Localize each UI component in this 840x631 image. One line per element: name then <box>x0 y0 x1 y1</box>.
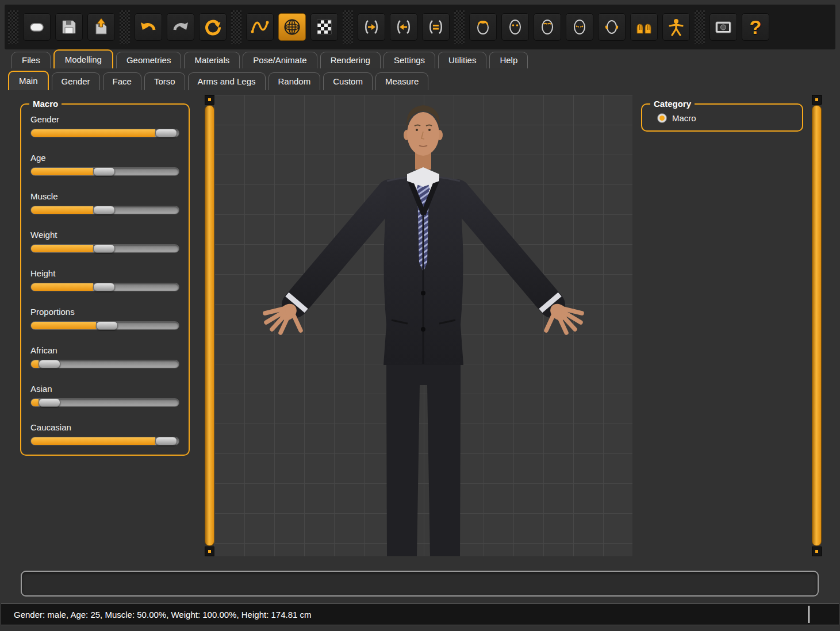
slider-label: African <box>30 345 179 355</box>
asian-slider[interactable] <box>30 398 179 407</box>
skeleton-button[interactable] <box>662 13 690 41</box>
tab-help[interactable]: Help <box>489 52 528 68</box>
redo-button[interactable] <box>167 13 194 41</box>
undo-icon <box>139 18 158 36</box>
redo-icon <box>171 18 190 36</box>
tab-files[interactable]: Files <box>11 52 51 68</box>
toolbar-separator <box>120 10 130 44</box>
splitter-bar[interactable] <box>812 105 822 546</box>
main-tab-bar: Files Modelling Geometries Materials Pos… <box>0 49 840 68</box>
undo-button[interactable] <box>135 13 162 41</box>
slider-fill <box>31 360 39 368</box>
eyelashes-button[interactable] <box>566 13 593 41</box>
status-resize-grip[interactable] <box>808 606 810 623</box>
slider-handle[interactable] <box>93 283 115 291</box>
left-panel: Macro Gender Age Muscle <box>0 95 205 556</box>
splitter-cap[interactable] <box>812 95 822 105</box>
slider-label: Height <box>30 268 179 278</box>
background-button[interactable] <box>310 13 338 41</box>
eyebrows-icon <box>538 18 557 36</box>
human-model[interactable] <box>214 95 632 556</box>
tab-rendering[interactable]: Rendering <box>320 52 381 68</box>
new-icon <box>28 18 46 36</box>
slider-block-african: African <box>30 345 179 368</box>
slider-handle[interactable] <box>93 244 115 253</box>
african-slider[interactable] <box>30 360 179 368</box>
slider-fill <box>31 437 155 445</box>
slider-handle[interactable] <box>93 206 115 214</box>
slider-handle[interactable] <box>93 167 115 176</box>
subtab-arms-and-legs[interactable]: Arms and Legs <box>188 72 266 90</box>
eyebrows-button[interactable] <box>534 13 561 41</box>
save-button[interactable] <box>55 13 83 41</box>
slider-fill <box>31 245 93 252</box>
subtab-measure[interactable]: Measure <box>375 72 428 90</box>
caucasian-slider[interactable] <box>30 437 179 445</box>
radio-label: Macro <box>672 113 696 123</box>
slider-label: Age <box>30 153 179 163</box>
category-option-macro[interactable]: Macro <box>657 113 794 123</box>
hands-button[interactable] <box>630 13 658 41</box>
subtab-face[interactable]: Face <box>103 72 141 90</box>
category-panel: Category Macro <box>641 99 803 132</box>
slider-handle[interactable] <box>155 437 177 445</box>
slider-block-gender: Gender <box>30 114 179 137</box>
toolbar-separator <box>695 10 705 44</box>
left-panel-splitter[interactable] <box>205 95 214 556</box>
symmetry-right-button[interactable] <box>358 13 385 41</box>
help-button[interactable]: ? <box>742 13 769 41</box>
makehuman-window: ? Files Modelling Geometries Materials P… <box>0 0 840 631</box>
slider-handle[interactable] <box>155 129 177 137</box>
status-text: Gender: male, Age: 25, Muscle: 50.00%, W… <box>14 610 312 620</box>
slider-handle[interactable] <box>39 360 60 368</box>
right-panel-splitter[interactable] <box>812 95 822 556</box>
slider-block-caucasian: Caucasian <box>30 422 179 445</box>
subtab-custom[interactable]: Custom <box>323 72 373 90</box>
height-slider[interactable] <box>30 283 179 291</box>
content-area: Macro Gender Age Muscle <box>0 90 840 556</box>
weight-slider[interactable] <box>30 244 179 253</box>
toolbar: ? <box>5 5 835 49</box>
ears-button[interactable] <box>598 13 626 41</box>
slider-block-muscle: Muscle <box>30 191 179 214</box>
age-slider[interactable] <box>30 167 179 176</box>
muscle-slider[interactable] <box>30 206 179 214</box>
grab-screenshot-button[interactable] <box>709 13 737 41</box>
right-margin <box>822 95 840 556</box>
hair-button[interactable] <box>469 13 497 41</box>
slider-label: Weight <box>30 230 179 240</box>
symmetry-button[interactable] <box>422 13 450 41</box>
splitter-cap[interactable] <box>812 547 822 556</box>
toolbar-separator <box>231 10 241 44</box>
load-button[interactable] <box>87 13 115 41</box>
tab-materials[interactable]: Materials <box>184 52 240 68</box>
splitter-bar[interactable] <box>205 105 214 546</box>
tab-modelling[interactable]: Modelling <box>53 49 113 68</box>
macro-panel: Macro Gender Age Muscle <box>20 99 190 456</box>
tab-settings[interactable]: Settings <box>383 52 435 68</box>
reset-camera-button[interactable] <box>199 13 227 41</box>
smooth-button[interactable] <box>246 13 274 41</box>
tab-utilities[interactable]: Utilities <box>438 52 486 68</box>
symmetry-equal-icon <box>427 18 445 36</box>
subtab-gender[interactable]: Gender <box>52 72 100 90</box>
viewport-3d[interactable] <box>214 95 632 556</box>
tab-geometries[interactable]: Geometries <box>116 52 182 68</box>
new-button[interactable] <box>23 13 51 41</box>
gender-slider[interactable] <box>30 129 179 137</box>
symmetry-left-button[interactable] <box>390 13 417 41</box>
slider-handle[interactable] <box>39 398 60 407</box>
category-panel-title: Category <box>650 99 695 109</box>
sub-tab-bar: Main Gender Face Torso Arms and Legs Ran… <box>0 68 840 90</box>
tab-pose-animate[interactable]: Pose/Animate <box>243 52 317 68</box>
wireframe-button[interactable] <box>278 13 306 41</box>
subtab-main[interactable]: Main <box>8 71 49 90</box>
splitter-cap[interactable] <box>205 95 214 105</box>
eyes-button[interactable] <box>501 13 529 41</box>
macro-panel-title: Macro <box>29 99 62 109</box>
slider-handle[interactable] <box>96 321 118 330</box>
subtab-torso[interactable]: Torso <box>144 72 185 90</box>
subtab-random[interactable]: Random <box>269 72 321 90</box>
proportions-slider[interactable] <box>30 321 179 330</box>
splitter-cap[interactable] <box>205 547 214 556</box>
